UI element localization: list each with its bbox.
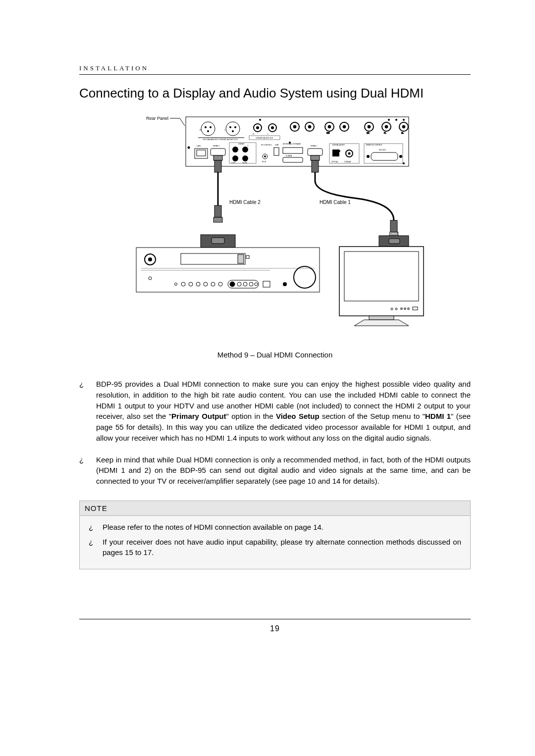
screw-icon [259,119,261,121]
svg-text:FL: FL [384,132,386,134]
note-text: If your receiver does not have audio inp… [103,538,461,557]
svg-rect-121 [344,252,419,301]
svg-point-27 [343,125,346,128]
svg-point-33 [402,125,405,128]
svg-text:HDMI Cable 2: HDMI Cable 2 [229,200,261,205]
screw-icon [403,162,405,164]
svg-text:COAXIAL: COAXIAL [344,161,351,163]
svg-rect-96 [238,254,244,263]
svg-rect-128 [369,316,394,320]
svg-rect-80 [214,205,221,217]
note-heading: NOTE [80,501,470,516]
svg-point-15 [271,126,274,129]
svg-point-13 [256,126,259,129]
svg-text:Cb/Pb: Cb/Pb [242,162,247,164]
svg-text:SL: SL [401,132,404,134]
note-body: ¿ Please refer to the notes of HDMI conn… [80,516,470,569]
figure-caption: Method 9 – Dual HDMI Connection [79,351,471,359]
note-item-1: ¿ Please refer to the notes of HDMI conn… [89,522,461,533]
svg-text:VIDEO: VIDEO [238,143,244,145]
svg-text:HDMI Cable 1: HDMI Cable 1 [320,200,351,205]
page: INSTALLATION Connecting to a Display and… [0,0,535,633]
svg-point-49 [242,155,248,161]
svg-text:STEREO AUDIO OUT: STEREO AUDIO OUT [256,137,273,139]
bullet-icon: ¿ [89,537,93,548]
svg-text:EXTERNAL STORAGE: EXTERNAL STORAGE [283,143,301,145]
svg-point-54 [264,155,266,157]
svg-point-21 [293,125,296,128]
svg-point-6 [234,126,236,128]
svg-text:USB: USB [275,144,279,146]
connection-diagram: Rear Panel R L XLR BALANCED STE [79,114,471,342]
svg-point-31 [385,125,388,128]
svg-point-48 [232,155,238,161]
svg-text:RS-232C: RS-232C [379,149,386,151]
svg-text:HDMI 1: HDMI 1 [311,145,318,147]
svg-point-75 [367,155,370,158]
body-text: BDP-95 provides a Dual HDMI connection t… [96,380,471,442]
body-item-1: ¿ BDP-95 provides a Dual HDMI connection… [79,379,471,444]
svg-rect-86 [390,220,397,232]
screw-icon [395,119,397,121]
svg-point-23 [308,125,311,128]
svg-point-29 [368,125,371,128]
diagram-svg: Rear Panel R L XLR BALANCED STE [121,114,428,342]
svg-rect-90 [212,238,224,244]
svg-text:SW: SW [326,132,330,134]
svg-point-2 [210,126,212,128]
av-receiver: HDMI IN [136,230,320,292]
screw-icon [388,119,390,121]
svg-text:IR IN: IR IN [262,161,266,163]
svg-text:HDMI IN: HDMI IN [211,230,226,234]
note-text: Please refer to the notes of HDMI connec… [103,523,323,531]
svg-text:Y: Y [247,145,249,147]
svg-text:DIGITAL AUDIO: DIGITAL AUDIO [332,144,345,146]
body-paragraphs: ¿ BDP-95 provides a Dual HDMI connection… [79,379,471,487]
svg-text:XLR BALANCED STEREO AUDIO OUT: XLR BALANCED STEREO AUDIO OUT [203,138,238,141]
svg-point-7 [232,130,234,132]
svg-rect-77 [214,155,222,160]
tv-display: HDMI IN [339,231,424,326]
body-item-2: ¿ Keep in mind that while Dual HDMI conn… [79,454,471,487]
section-header: INSTALLATION [79,64,471,72]
svg-point-3 [207,130,209,132]
svg-text:R: R [253,133,254,135]
svg-point-47 [242,147,248,152]
note-item-2: ¿ If your receiver does not have audio i… [89,537,461,558]
page-number: 19 [79,624,471,633]
footer-rule [79,619,471,619]
svg-point-115 [283,282,287,286]
svg-rect-83 [311,155,320,160]
svg-text:REMOTE CONTROL: REMOTE CONTROL [366,144,382,146]
page-title: Connecting to a Display and Audio System… [79,86,471,101]
svg-text:OPTICAL: OPTICAL [331,161,338,163]
svg-point-94 [148,257,152,261]
svg-point-25 [328,125,331,128]
svg-text:HDMI IN: HDMI IN [387,231,402,236]
svg-text:HDMI 2: HDMI 2 [213,145,220,147]
svg-rect-84 [312,160,319,172]
screw-icon [188,147,190,149]
screw-icon [403,119,405,121]
svg-point-68 [348,152,351,155]
svg-text:IR CONTROL: IR CONTROL [261,144,272,146]
svg-rect-78 [214,160,221,172]
svg-point-5 [229,126,231,128]
bullet-icon: ¿ [79,379,84,390]
svg-point-109 [230,282,235,287]
svg-text:E-SATA: E-SATA [286,155,292,157]
svg-rect-66 [332,150,339,156]
svg-text:R: R [200,129,201,131]
body-text: Keep in mind that while Dual HDMI connec… [96,455,471,486]
svg-text:SR: SR [367,132,370,134]
svg-point-76 [399,155,402,158]
section-rule [79,74,471,75]
leader-line [170,118,185,126]
bullet-icon: ¿ [89,522,93,533]
svg-text:LAN: LAN [197,145,201,147]
hdmi-cable-1: HDMI Cable 1 [311,155,398,237]
svg-rect-81 [214,217,222,222]
rear-panel-label: Rear Panel [146,116,168,121]
svg-point-45 [232,147,238,152]
bullet-icon: ¿ [79,454,84,465]
